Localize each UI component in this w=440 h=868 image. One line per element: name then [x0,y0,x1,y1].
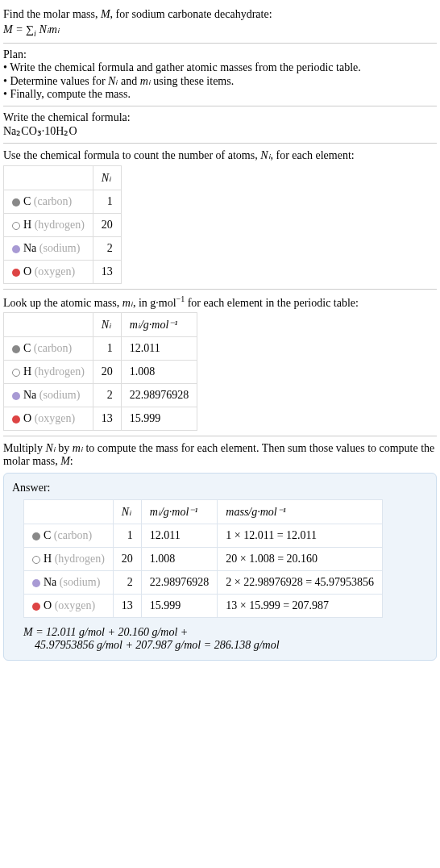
element-name: (sodium) [36,242,80,254]
element-symbol: H [23,219,31,231]
plan-bullet-2: • Determine values for Nᵢ and mᵢ using t… [3,74,437,88]
mult-v2: mᵢ [73,442,83,454]
element-cell: C (carbon) [4,337,93,361]
chem-formula-section: Write the chemical formula: Na₂CO₃·10H₂O [3,106,437,144]
mass-cell: 2 × 22.98976928 = 45.97953856 [218,571,383,595]
Ni-cell: 13 [93,260,121,283]
mult-v1: Nᵢ [46,442,56,454]
mi-cell: 12.011 [121,337,197,361]
final-line-1: M = 12.011 g/mol + 20.160 g/mol + [23,626,428,639]
element-dot-icon [12,345,20,353]
table-row: H (hydrogen)20 [4,213,122,236]
element-dot-icon [32,603,40,611]
element-symbol: O [23,412,31,424]
count-title-post: , for each element: [271,149,355,161]
element-cell: O (oxygen) [24,595,114,618]
am-title-pre: Look up the atomic mass, [3,296,122,308]
intro-var-M: M [101,8,110,20]
table-row: C (carbon)112.0111 × 12.011 = 12.011 [24,524,383,548]
chem-formula-value: Na₂CO₃·10H₂O [3,124,437,138]
mult-mid1: by [56,442,73,454]
element-name: (oxygen) [31,265,75,278]
am-title-sup: −1 [176,294,185,303]
element-symbol: C [23,342,31,354]
mass-cell: 20 × 1.008 = 20.160 [218,548,383,571]
element-cell: O (oxygen) [4,407,93,431]
header-blank [24,500,114,524]
Ni-cell: 1 [93,337,121,361]
formula-sum: M = ∑ [3,23,34,35]
Ni-cell: 20 [93,213,121,236]
header-Ni: Nᵢ [93,313,121,337]
header-Ni: Nᵢ [113,500,141,524]
element-dot-icon [32,556,40,564]
element-dot-icon [12,245,20,253]
element-dot-icon [12,415,20,424]
table-row: C (carbon)112.011 [4,337,197,361]
am-title-post: for each element in the periodic table: [185,296,359,308]
element-cell: O (oxygen) [4,260,93,283]
atomic-mass-title: Look up the atomic mass, mᵢ, in g·mol−1 … [3,294,437,310]
Ni-cell: 20 [113,548,141,571]
plan-section: Plan: • Write the chemical formula and g… [3,44,437,106]
element-name: (hydrogen) [31,219,85,231]
intro-formula: M = ∑i Nᵢmᵢ [3,23,437,38]
count-atoms-table: Nᵢ C (carbon)1H (hydrogen)20Na (sodium)2… [3,165,122,284]
mult-pre: Multiply [3,442,46,454]
mult-post: : [70,455,73,467]
element-symbol: C [23,195,31,207]
count-title-pre: Use the chemical formula to count the nu… [3,149,260,161]
intro-section: Find the molar mass, M, for sodium carbo… [3,3,437,44]
Ni-cell: 13 [113,595,141,618]
table-row: O (oxygen)1315.999 [4,407,197,431]
intro-line: Find the molar mass, M, for sodium carbo… [3,8,437,21]
element-name: (oxygen) [52,599,95,611]
answer-box: Answer: Nᵢ mᵢ/g·mol⁻¹ mass/g·mol⁻¹ C (ca… [3,473,437,661]
element-cell: Na (sodium) [4,384,93,407]
element-name: (carbon) [31,195,72,207]
Ni-cell: 2 [113,571,141,595]
mult-v3: M [60,455,70,467]
element-dot-icon [12,392,20,400]
table-row: Na (sodium)222.98976928 [4,384,197,407]
Ni-cell: 2 [93,236,121,260]
Ni-cell: 13 [93,407,121,431]
element-name: (sodium) [56,576,100,588]
element-dot-icon [32,532,40,540]
table-row: C (carbon)1 [4,190,122,213]
element-name: (hydrogen) [52,553,105,565]
element-symbol: C [44,529,51,541]
header-mass: mass/g·mol⁻¹ [218,500,383,524]
answer-table: Nᵢ mᵢ/g·mol⁻¹ mass/g·mol⁻¹ C (carbon)112… [23,499,383,618]
element-cell: Na (sodium) [24,571,114,595]
table-header-row: Nᵢ [4,165,122,190]
plan-title: Plan: [3,48,437,61]
Ni-cell: 20 [93,361,121,384]
final-line-2: 45.97953856 g/mol + 207.987 g/mol = 286.… [35,639,428,652]
formula-rest: Nᵢmᵢ [36,23,60,35]
mi-cell: 22.98976928 [121,384,197,407]
mi-cell: 1.008 [141,548,218,571]
table-row: Na (sodium)222.989769282 × 22.98976928 =… [24,571,383,595]
element-cell: Na (sodium) [4,236,93,260]
element-symbol: Na [23,389,36,401]
element-dot-icon [12,269,20,277]
am-title-mid: , in g·mol [133,296,176,308]
element-cell: H (hydrogen) [4,213,93,236]
plan-bullet-1: • Write the chemical formula and gather … [3,61,437,74]
plan-b2-mid: and [118,75,139,87]
header-blank [4,313,93,337]
atomic-mass-section: Look up the atomic mass, mᵢ, in g·mol−1 … [3,290,437,437]
multiply-section: Multiply Nᵢ by mᵢ to compute the mass fo… [3,436,437,666]
count-title-var: Nᵢ [260,149,270,161]
element-dot-icon [12,198,20,207]
count-atoms-title: Use the chemical formula to count the nu… [3,148,437,162]
header-blank [4,165,93,190]
mi-cell: 12.011 [141,524,218,548]
chem-formula-title: Write the chemical formula: [3,111,437,124]
table-header-row: Nᵢ mᵢ/g·mol⁻¹ [4,313,197,337]
table-header-row: Nᵢ mᵢ/g·mol⁻¹ mass/g·mol⁻¹ [24,500,383,524]
element-dot-icon [12,369,20,377]
element-cell: C (carbon) [24,524,114,548]
atomic-mass-table: Nᵢ mᵢ/g·mol⁻¹ C (carbon)112.011H (hydrog… [3,312,197,431]
